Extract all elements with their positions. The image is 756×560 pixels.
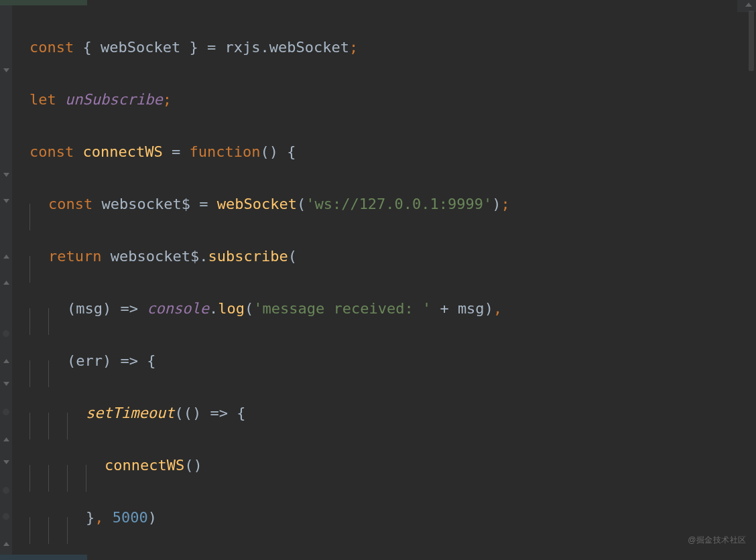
- code-line: return websocket$.subscribe(: [29, 243, 756, 269]
- watermark: @掘金技术社区: [688, 527, 747, 553]
- code-line: }, 5000): [29, 504, 756, 531]
- code-line: const websocket$ = webSocket('ws://127.0…: [29, 191, 756, 217]
- fold-open-icon[interactable]: [3, 382, 9, 388]
- fold-close-icon[interactable]: [3, 357, 9, 363]
- fold-close-icon[interactable]: [3, 253, 9, 259]
- gutter-marker: [3, 487, 9, 494]
- fold-close-icon[interactable]: [3, 279, 9, 285]
- code-line: const connectWS = function() {: [29, 139, 756, 165]
- code-line: const { webSocket } = rxjs.webSocket;: [29, 34, 756, 60]
- gutter-marker: [3, 330, 9, 337]
- code-line: (msg) => console.log('message received: …: [29, 295, 756, 322]
- code-line: },: [29, 557, 756, 560]
- fold-open-icon[interactable]: [3, 68, 9, 74]
- fold-close-icon[interactable]: [3, 540, 9, 546]
- fold-open-icon[interactable]: [3, 199, 9, 205]
- code-line: (err) => {: [29, 348, 756, 374]
- fold-open-icon[interactable]: [3, 460, 9, 466]
- code-line: let unSubscribe;: [29, 86, 756, 113]
- code-line: connectWS(): [29, 452, 756, 478]
- code-line: setTimeout(() => {: [29, 400, 756, 426]
- code-editor[interactable]: const { webSocket } = rxjs.webSocket; le…: [12, 0, 756, 560]
- fold-open-icon[interactable]: [3, 173, 9, 179]
- gutter-marker: [3, 409, 9, 415]
- fold-close-icon[interactable]: [3, 435, 9, 441]
- gutter-marker: [3, 513, 9, 520]
